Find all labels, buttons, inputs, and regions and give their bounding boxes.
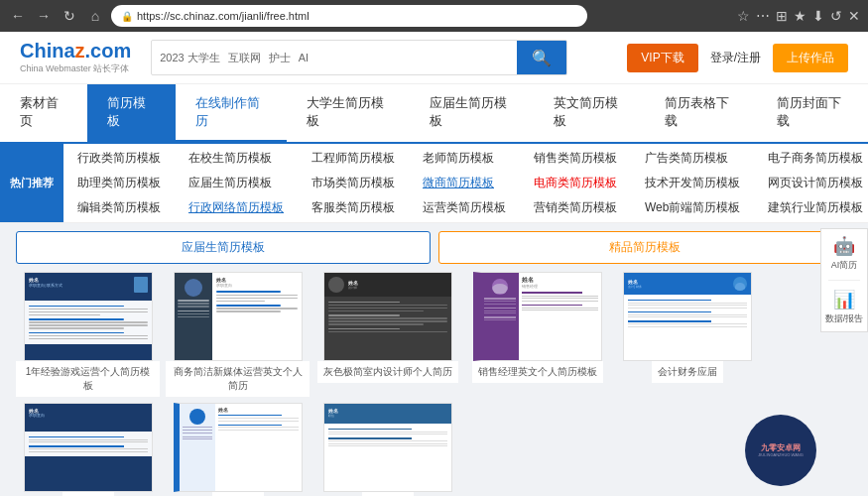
cat-marketing[interactable]: 营销类简历模板 (520, 195, 631, 220)
resume-cards-row-2: 姓名 求职意向 简历模板 (16, 403, 852, 496)
right-floating-panel: 🤖 AI简历 📊 数据/报告 (820, 228, 868, 332)
card-label-4: 销售经理英文个人简历模板 (472, 361, 603, 383)
cat-student[interactable]: 在校生简历模板 (175, 146, 298, 171)
search-bar[interactable]: 2023 大学生 互联网 护士 AI 🔍 (151, 40, 567, 75)
data-report-panel-item[interactable]: 📊 数据/报告 (825, 289, 864, 325)
url-bar[interactable]: 🔒 https://sc.chinaz.com/jianli/free.html (111, 5, 587, 27)
card-preview-5: 姓名 会计 | 财务 (623, 272, 752, 361)
logo-subtitle: China Webmaster 站长字体 (20, 62, 131, 75)
category-row: 热门推荐 行政类简历模板 助理类简历模板 编辑类简历模板 在校生简历模板 应届生… (0, 144, 868, 223)
tab-fresh-graduate[interactable]: 应届生简历模板 (16, 231, 431, 264)
star-icon[interactable]: ★ (794, 8, 806, 24)
nav-student-resume[interactable]: 大学生简历模板 (287, 84, 410, 142)
cat-architecture[interactable]: 建筑行业简历模板 (754, 195, 868, 220)
cat-editor[interactable]: 编辑类简历模板 (63, 195, 175, 220)
cat-tech-dev[interactable]: 技术开发简历模板 (631, 171, 754, 195)
resume-card-4[interactable]: 姓名 销售经理 销售经理英文个人简历模板 (465, 272, 609, 397)
nav-online-make[interactable]: 在线制作简历 (176, 84, 287, 142)
cat-ad[interactable]: 广告类简历模板 (631, 146, 754, 171)
forward-button[interactable]: → (34, 8, 54, 24)
card-label-5: 会计财务应届 (652, 361, 723, 383)
card-label-6: 简历模板 (62, 492, 114, 496)
cat-network[interactable]: 行政网络简历模板 (175, 195, 298, 220)
undo-icon[interactable]: ↺ (830, 8, 842, 24)
cat-ops[interactable]: 运营类简历模板 (409, 195, 520, 220)
back-button[interactable]: ← (8, 8, 28, 24)
cat-customer[interactable]: 客服类简历模板 (298, 195, 409, 220)
resume-cards-row-1: 姓名 求职意向 | 联系方式 (16, 272, 852, 397)
resume-card-3[interactable]: 姓名 设计师 (315, 272, 459, 397)
panel-divider (828, 280, 860, 281)
search-tag-3[interactable]: 护士 (269, 51, 291, 65)
nav-controls: ← → ↻ ⌂ (8, 8, 105, 24)
cat-col-2: 在校生简历模板 应届生简历模板 行政网络简历模板 (175, 146, 298, 220)
download-icon[interactable]: ⬇ (812, 8, 824, 24)
card-label-7: 简历模板 (212, 492, 264, 496)
grid-icon[interactable]: ⊞ (776, 8, 788, 24)
badge-content: 九零安卓网 JIULINGANZHUO.WANG (754, 443, 807, 458)
resume-card-8[interactable]: 姓名 职位 简历模板 (315, 403, 459, 496)
search-icon: 🔍 (532, 49, 552, 67)
resume-card-2[interactable]: 姓名 求职意向 商务简洁新媒体运营英文个人简历 (166, 272, 310, 397)
card-label-1: 1年经验游戏运营个人简历模板 (16, 361, 160, 397)
main-content: 应届生简历模板 精品简历模板 姓名 求职意向 | 联系方式 (0, 223, 868, 496)
tab-premium[interactable]: 精品简历模板 (438, 231, 853, 264)
cat-market[interactable]: 市场类简历模板 (298, 171, 409, 195)
bottom-badge-container: 九零安卓网 JIULINGANZHUO.WANG (745, 415, 816, 486)
cat-ecom2[interactable]: 电子商务简历模板 (754, 146, 868, 171)
card-label-2: 商务简洁新媒体运营英文个人简历 (166, 361, 310, 397)
vip-download-button[interactable]: VIP下载 (627, 44, 697, 72)
ai-icon: 🤖 (833, 235, 855, 257)
resume-card-6[interactable]: 姓名 求职意向 简历模板 (16, 403, 160, 496)
cat-teacher[interactable]: 老师简历模板 (409, 146, 520, 171)
cat-assistant[interactable]: 助理类简历模板 (63, 171, 175, 195)
chart-icon: 📊 (833, 289, 855, 310)
secure-icon: 🔒 (121, 11, 133, 22)
cat-engineer[interactable]: 工程师简历模板 (298, 146, 409, 171)
cat-col-6: 广告类简历模板 技术开发简历模板 Web前端简历模板 (631, 146, 754, 220)
cat-webdesign[interactable]: 网页设计简历模板 (754, 171, 868, 195)
resume-card-7[interactable]: 姓名 简历模板 (166, 403, 310, 496)
resume-card-1[interactable]: 姓名 求职意向 | 联系方式 (16, 272, 160, 397)
search-tag-4[interactable]: AI (299, 52, 309, 63)
cat-col-5: 销售类简历模板 电商类简历模板 营销类简历模板 (520, 146, 631, 220)
login-button[interactable]: 登录/注册 (710, 50, 761, 66)
nav-fresh-graduate[interactable]: 应届生简历模板 (410, 84, 533, 142)
site-logo[interactable]: Chinaz.com China Webmaster 站长字体 (20, 40, 131, 75)
close-icon[interactable]: ✕ (848, 8, 860, 24)
search-tags: 2023 大学生 互联网 护士 AI (152, 41, 517, 74)
reload-button[interactable]: ↻ (60, 8, 79, 24)
nav-resume-templates[interactable]: 简历模板 (87, 84, 175, 142)
cat-col-1: 行政类简历模板 助理类简历模板 编辑类简历模板 (63, 146, 175, 220)
nav-resume-table[interactable]: 简历表格下载 (645, 84, 756, 142)
ai-resume-panel-item[interactable]: 🤖 AI简历 (831, 235, 858, 272)
search-tag-1[interactable]: 2023 大学生 (160, 51, 220, 65)
card-label-8: 简历模板 (362, 492, 414, 496)
bookmark-icon[interactable]: ☆ (737, 8, 750, 24)
resume-card-5[interactable]: 姓名 会计 | 财务 (615, 272, 759, 397)
cat-wechat[interactable]: 微商简历模板 (409, 171, 520, 195)
cat-frontend[interactable]: Web前端简历模板 (631, 195, 754, 220)
card-preview-4: 姓名 销售经理 (473, 272, 602, 361)
bottom-badge: 九零安卓网 JIULINGANZHUO.WANG (745, 415, 816, 486)
card-preview-2: 姓名 求职意向 (174, 272, 303, 361)
card-label-3: 灰色极简室内设计师个人简历 (317, 361, 458, 383)
search-button[interactable]: 🔍 (517, 41, 566, 74)
card-preview-1: 姓名 求职意向 | 联系方式 (24, 272, 153, 361)
more-icon[interactable]: ⋯ (756, 8, 770, 24)
cat-sales[interactable]: 销售类简历模板 (520, 146, 631, 171)
cat-fresh[interactable]: 应届生简历模板 (175, 171, 298, 195)
card-preview-6: 姓名 求职意向 (24, 403, 153, 492)
cat-admin[interactable]: 行政类简历模板 (63, 146, 175, 171)
home-button[interactable]: ⌂ (85, 8, 105, 24)
logo-text: Chinaz.com (20, 40, 131, 62)
cat-ecommerce[interactable]: 电商类简历模板 (520, 171, 631, 195)
upload-button[interactable]: 上传作品 (773, 44, 848, 72)
nav-home[interactable]: 素材首页 (0, 84, 87, 142)
data-label: 数据/报告 (825, 312, 864, 325)
nav-english-resume[interactable]: 英文简历模板 (534, 84, 645, 142)
search-tag-2[interactable]: 互联网 (228, 51, 261, 65)
hot-label: 热门推荐 (0, 144, 63, 222)
browser-chrome: ← → ↻ ⌂ 🔒 https://sc.chinaz.com/jianli/f… (0, 0, 868, 32)
nav-resume-cover[interactable]: 简历封面下载 (757, 84, 868, 142)
